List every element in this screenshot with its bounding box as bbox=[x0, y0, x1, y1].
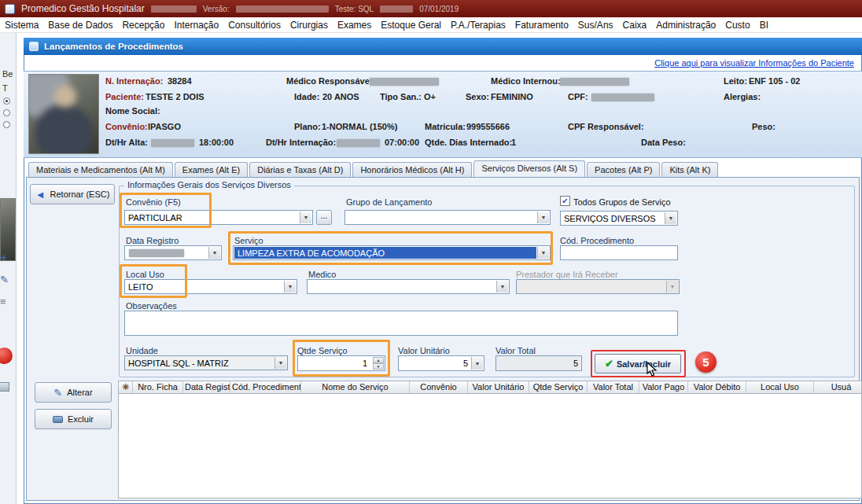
radio-button[interactable] bbox=[3, 109, 10, 116]
pencil-icon[interactable]: ✎ bbox=[0, 274, 9, 285]
grid-column-6[interactable]: Valor Unitário bbox=[468, 381, 529, 393]
unidade-combobox[interactable]: HOSPITAL SQL - MATRIZ ▼ bbox=[124, 355, 288, 370]
data-registro-combobox[interactable]: ▼ bbox=[124, 245, 222, 260]
grid-column-3[interactable]: Cód. Procediment bbox=[230, 381, 301, 393]
tipo-san-value: O+ bbox=[424, 92, 436, 101]
titlebar-version-text: Versão: bbox=[203, 5, 230, 13]
window-titlebar: Lançamentos de Procedimentos bbox=[24, 38, 862, 55]
chevron-down-icon[interactable]: ▼ bbox=[496, 281, 508, 292]
local-uso-combobox[interactable]: LEITO ▼ bbox=[124, 279, 297, 294]
grid-body-empty[interactable] bbox=[118, 394, 862, 498]
menu-item-13[interactable]: Custo bbox=[720, 17, 754, 32]
plano-label: Plano: bbox=[294, 122, 321, 131]
chevron-down-icon[interactable]: ▼ bbox=[284, 281, 296, 292]
menu-item-5[interactable]: Cirurgias bbox=[285, 17, 333, 32]
chevron-down-icon[interactable]: ▼ bbox=[208, 247, 220, 259]
chevron-down-icon[interactable]: ▼ bbox=[537, 247, 549, 259]
prestador-combobox: ▼ bbox=[516, 279, 680, 294]
dias-internado-value: 1 bbox=[511, 138, 516, 147]
menu-item-4[interactable]: Consultórios bbox=[223, 17, 285, 32]
menu-item-14[interactable]: BI bbox=[755, 17, 773, 32]
todos-grupos-checkbox[interactable]: ✔ bbox=[560, 196, 570, 206]
patient-info-link[interactable]: Clique aqui para visualizar Informações … bbox=[654, 58, 854, 68]
menu-item-7[interactable]: Estoque Geral bbox=[376, 17, 446, 32]
menu-item-1[interactable]: Base de Dados bbox=[43, 17, 117, 32]
retornar-button[interactable]: ◄ Retornar (ESC) bbox=[30, 184, 115, 204]
grid-column-10[interactable]: Valor Débito bbox=[688, 381, 746, 393]
tipo-san-label: Tipo San.: bbox=[380, 92, 422, 101]
list-icon[interactable]: ≡ bbox=[0, 296, 6, 307]
grid-column-4[interactable]: Nome do Serviço bbox=[301, 381, 410, 393]
window-icon bbox=[29, 42, 39, 51]
grid-column-7[interactable]: Qtde Serviço bbox=[529, 381, 588, 393]
clipped-text: T bbox=[2, 83, 8, 93]
chevron-down-icon[interactable]: ▼ bbox=[665, 212, 676, 224]
chevron-down-icon[interactable]: ▼ bbox=[300, 212, 311, 223]
grupo-lancamento-combobox[interactable]: ▼ bbox=[344, 210, 551, 225]
grid-column-0[interactable]: ✳ bbox=[119, 381, 133, 393]
radio-button[interactable] bbox=[3, 121, 10, 128]
chevron-down-icon[interactable]: ▼ bbox=[537, 212, 549, 223]
app-titlebar: Promedico Gestão Hospitalar Versão: Test… bbox=[0, 0, 862, 17]
convenio-combobox[interactable]: PARTICULAR ▼ bbox=[124, 210, 313, 225]
grid-column-2[interactable]: Data Regist bbox=[183, 381, 230, 393]
chevron-down-icon[interactable]: ▼ bbox=[471, 357, 483, 370]
paciente-value: TESTE 2 DOIS bbox=[146, 92, 204, 101]
convenio-f5-label: Convênio (F5) bbox=[126, 197, 181, 207]
menu-item-10[interactable]: Sus/Ans bbox=[573, 17, 618, 32]
cod-procedimento-input[interactable] bbox=[560, 245, 678, 260]
menu-item-3[interactable]: Internação bbox=[169, 17, 223, 32]
radio-button[interactable] bbox=[3, 97, 10, 105]
grid-column-8[interactable]: Valor Total bbox=[588, 381, 639, 393]
grid-column-1[interactable]: Nro. Ficha bbox=[133, 381, 183, 393]
valor-unitario-combobox[interactable]: 5 ▼ bbox=[398, 355, 484, 371]
step-badge: 5 bbox=[695, 351, 716, 373]
menu-item-8[interactable]: P.A./Terapias bbox=[446, 17, 510, 32]
chevron-down-icon[interactable]: ▼ bbox=[274, 357, 286, 369]
clipped-red-icon[interactable] bbox=[0, 348, 13, 364]
tab-6[interactable]: Kits (Alt K) bbox=[661, 162, 718, 177]
browse-convenio-button[interactable]: ... bbox=[316, 210, 332, 225]
menu-item-6[interactable]: Exames bbox=[333, 17, 376, 32]
grid-column-9[interactable]: Valor Pago bbox=[639, 381, 688, 393]
tab-2[interactable]: Diárias e Taxas (Alt D) bbox=[249, 162, 351, 177]
menu-item-11[interactable]: Caixa bbox=[618, 17, 652, 32]
dthr-alta-time: 18:00:00 bbox=[199, 138, 234, 147]
tab-3[interactable]: Honorários Médicos (Alt H) bbox=[352, 162, 472, 177]
grid-column-5[interactable]: Convênio bbox=[410, 381, 468, 393]
printer-icon[interactable] bbox=[0, 382, 9, 392]
eraser-icon bbox=[53, 416, 63, 423]
excluir-button[interactable]: Excluir bbox=[35, 409, 112, 429]
app-title: Promedico Gestão Hospitalar bbox=[21, 3, 145, 14]
green-check-icon: ✔ bbox=[605, 358, 613, 370]
spin-down-icon[interactable]: ▼ bbox=[373, 363, 384, 370]
tab-5[interactable]: Pacotes (Alt P) bbox=[587, 162, 660, 177]
tab-strip: Materiais e Medicamentos (Alt M)Exames (… bbox=[28, 160, 720, 177]
menu-item-12[interactable]: Administração bbox=[651, 17, 720, 32]
observacoes-textarea[interactable] bbox=[124, 311, 678, 336]
spin-up-icon[interactable]: ▲ bbox=[373, 357, 384, 363]
menu-item-0[interactable]: Sistema bbox=[0, 17, 43, 32]
idade-value: 20 ANOS bbox=[322, 92, 359, 101]
menu-item-9[interactable]: Faturamento bbox=[510, 17, 573, 32]
alterar-button[interactable]: ✎ Alterar bbox=[35, 382, 112, 403]
qtde-servico-stepper[interactable]: 1 ▲ ▼ bbox=[297, 355, 385, 371]
servico-combobox[interactable]: LIMPEZA EXTRA DE ACOMODAÇÃO ▼ bbox=[233, 245, 551, 260]
add-icon[interactable]: + bbox=[1, 252, 7, 263]
plano-value: 1-NORMAL (150%) bbox=[322, 122, 397, 131]
app-icon bbox=[5, 4, 15, 14]
data-registro-label: Data Registro bbox=[126, 236, 179, 245]
grid-column-12[interactable]: Usuá bbox=[814, 381, 862, 393]
tab-4[interactable]: Serviços Diversos (Alt S) bbox=[473, 160, 585, 177]
todos-grupos-label: Todos Grupos de Serviço bbox=[573, 197, 671, 207]
menu-item-2[interactable]: Recepção bbox=[117, 17, 169, 32]
tab-0[interactable]: Materiais e Medicamentos (Alt M) bbox=[28, 162, 173, 177]
grid-column-11[interactable]: Local Uso bbox=[746, 381, 814, 393]
salvar-incluir-button[interactable]: ✔ Salvar/Incluir bbox=[595, 354, 681, 373]
matricula-label: Matricula: bbox=[425, 122, 466, 131]
leito-label: Leito: bbox=[724, 76, 747, 86]
valor-total-label: Valor Total bbox=[495, 346, 536, 355]
tab-1[interactable]: Exames (Alt E) bbox=[175, 162, 248, 177]
medico-combobox[interactable]: ▼ bbox=[307, 279, 510, 294]
grupo-servico-combobox[interactable]: SERVIÇOS DIVERSOS ▼ bbox=[560, 211, 678, 226]
